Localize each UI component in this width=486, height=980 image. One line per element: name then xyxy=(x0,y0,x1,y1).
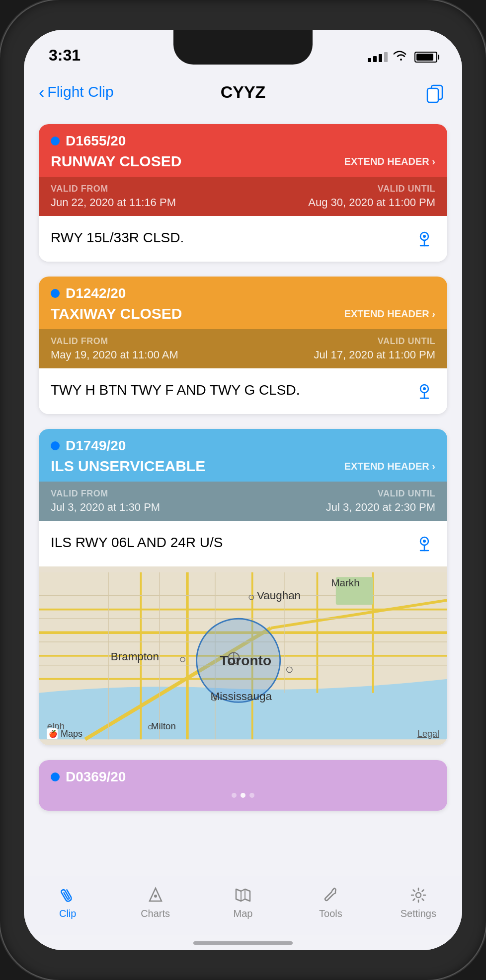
valid-until-group-3: VALID UNTIL Jul 3, 2020 at 2:30 PM xyxy=(326,489,435,514)
legal-link[interactable]: Legal xyxy=(417,729,439,739)
home-bar xyxy=(193,941,293,945)
svg-text:Milton: Milton xyxy=(151,721,176,731)
valid-until-group-2: VALID UNTIL Jul 17, 2020 at 11:00 PM xyxy=(314,336,435,361)
notam-type-row-2: TAXIWAY CLOSED EXTEND HEADER › xyxy=(51,305,435,329)
notam-body-2: TWY H BTN TWY F AND TWY G CLSD. xyxy=(39,368,447,414)
notam-body-1: RWY 15L/33R CLSD. xyxy=(39,216,447,262)
svg-point-11 xyxy=(423,540,426,543)
notam-text-3: ILS RWY 06L AND 24R U/S xyxy=(51,533,405,552)
tab-clip[interactable]: Clip xyxy=(24,881,111,919)
svg-text:Markh: Markh xyxy=(331,577,359,588)
tools-tab-icon xyxy=(320,884,341,906)
notam-body-3: ILS RWY 06L AND 24R U/S xyxy=(39,521,447,566)
valid-from-group-1: VALID FROM Jun 22, 2020 at 11:16 PM xyxy=(51,184,176,209)
dot-3 xyxy=(249,793,254,798)
notam-id-3: D1749/20 xyxy=(66,438,126,454)
pin-icon-2[interactable] xyxy=(413,380,435,402)
svg-text:Toronto: Toronto xyxy=(220,653,271,668)
maps-label: Maps xyxy=(61,729,82,739)
valid-from-label-2: VALID FROM xyxy=(51,336,178,347)
extend-header-3[interactable]: EXTEND HEADER › xyxy=(344,461,435,472)
svg-point-3 xyxy=(423,235,426,238)
notam-header-1: D1655/20 RUNWAY CLOSED EXTEND HEADER › xyxy=(39,124,447,177)
back-button[interactable]: ‹ Flight Clip xyxy=(39,82,175,102)
notam-type-1: RUNWAY CLOSED xyxy=(51,153,181,170)
notam-dates-1: VALID FROM Jun 22, 2020 at 11:16 PM VALI… xyxy=(39,177,447,216)
extend-header-1[interactable]: EXTEND HEADER › xyxy=(344,156,435,167)
scroll-content[interactable]: D1655/20 RUNWAY CLOSED EXTEND HEADER › V… xyxy=(24,114,462,876)
notam-id-row-2: D1242/20 xyxy=(51,285,435,301)
svg-marker-55 xyxy=(236,889,250,901)
extend-header-2[interactable]: EXTEND HEADER › xyxy=(344,308,435,320)
notam-card-3: D1749/20 ILS UNSERVICEABLE EXTEND HEADER… xyxy=(39,429,447,745)
valid-from-value-1: Jun 22, 2020 at 11:16 PM xyxy=(51,196,176,209)
tab-tools[interactable]: Tools xyxy=(287,881,374,919)
notam-text-1: RWY 15L/33R CLSD. xyxy=(51,228,405,247)
valid-until-group-1: VALID UNTIL Aug 30, 2020 at 11:00 PM xyxy=(308,184,435,209)
dot-2 xyxy=(241,793,245,798)
wifi-icon xyxy=(394,50,408,65)
page-title: CYYZ xyxy=(175,82,311,102)
svg-text:Vaughan: Vaughan xyxy=(257,589,301,602)
clip-tab-icon xyxy=(57,884,79,906)
tab-charts[interactable]: Charts xyxy=(111,881,199,919)
svg-point-58 xyxy=(416,893,421,898)
pin-icon-3[interactable] xyxy=(413,533,435,555)
valid-until-label-1: VALID UNTIL xyxy=(308,184,435,194)
notam-dot-4 xyxy=(51,772,60,781)
pagination-dots xyxy=(51,789,435,802)
valid-until-value-3: Jul 3, 2020 at 2:30 PM xyxy=(326,501,435,514)
notam-text-2: TWY H BTN TWY F AND TWY G CLSD. xyxy=(51,380,405,400)
back-label: Flight Clip xyxy=(47,83,113,100)
notam-id-4: D0369/20 xyxy=(66,769,126,785)
clip-tab-label: Clip xyxy=(59,908,76,919)
tab-map[interactable]: Map xyxy=(199,881,287,919)
svg-point-7 xyxy=(423,387,426,390)
valid-until-label-2: VALID UNTIL xyxy=(314,336,435,347)
notam-id-row-4: D0369/20 xyxy=(51,769,435,785)
map-container[interactable]: Vaughan Brampton Toronto Mississauga Mar… xyxy=(39,566,447,745)
notam-header-3: D1749/20 ILS UNSERVICEABLE EXTEND HEADER… xyxy=(39,429,447,482)
map-tab-icon xyxy=(232,884,254,906)
valid-from-label-1: VALID FROM xyxy=(51,184,176,194)
notam-id-2: D1242/20 xyxy=(66,285,126,301)
copy-icon[interactable] xyxy=(422,79,447,104)
notam-id-row-3: D1749/20 xyxy=(51,438,435,454)
svg-text:🍎: 🍎 xyxy=(49,730,58,738)
battery-icon xyxy=(414,52,437,63)
notam-dot-2 xyxy=(51,289,60,298)
notam-card-4: D0369/20 xyxy=(39,760,447,811)
dot-1 xyxy=(232,793,237,798)
notam-dot-1 xyxy=(51,137,60,145)
notam-type-row-3: ILS UNSERVICEABLE EXTEND HEADER › xyxy=(51,458,435,482)
notam-type-row-1: RUNWAY CLOSED EXTEND HEADER › xyxy=(51,153,435,177)
valid-until-value-1: Aug 30, 2020 at 11:00 PM xyxy=(308,196,435,209)
home-indicator xyxy=(24,935,462,950)
tab-bar: Clip Charts xyxy=(24,876,462,935)
phone-frame: 3:31 xyxy=(0,0,486,980)
svg-rect-1 xyxy=(427,88,438,102)
signal-icon xyxy=(368,52,388,62)
notam-id-1: D1655/20 xyxy=(66,133,126,149)
chevron-left-icon: ‹ xyxy=(39,82,44,102)
notam-id-row-1: D1655/20 xyxy=(51,133,435,149)
notam-dates-2: VALID FROM May 19, 2020 at 11:00 AM VALI… xyxy=(39,329,447,368)
notam-type-3: ILS UNSERVICEABLE xyxy=(51,458,205,475)
notam-card-1: D1655/20 RUNWAY CLOSED EXTEND HEADER › V… xyxy=(39,124,447,262)
map-tab-label: Map xyxy=(234,908,253,919)
pin-icon-1[interactable] xyxy=(413,228,435,250)
valid-from-value-3: Jul 3, 2020 at 1:30 PM xyxy=(51,501,160,514)
nav-action-area xyxy=(311,79,447,104)
charts-tab-label: Charts xyxy=(141,908,170,919)
charts-tab-icon xyxy=(145,884,166,906)
valid-from-group-3: VALID FROM Jul 3, 2020 at 1:30 PM xyxy=(51,489,160,514)
svg-point-54 xyxy=(154,895,157,898)
notam-header-4: D0369/20 xyxy=(39,760,447,811)
tab-settings[interactable]: Settings xyxy=(375,881,462,919)
notam-card-2: D1242/20 TAXIWAY CLOSED EXTEND HEADER › … xyxy=(39,277,447,414)
notam-dates-3: VALID FROM Jul 3, 2020 at 1:30 PM VALID … xyxy=(39,482,447,521)
map-svg: Vaughan Brampton Toronto Mississauga Mar… xyxy=(39,566,447,745)
settings-tab-label: Settings xyxy=(401,908,436,919)
valid-until-value-2: Jul 17, 2020 at 11:00 PM xyxy=(314,349,435,361)
notam-type-2: TAXIWAY CLOSED xyxy=(51,305,182,322)
